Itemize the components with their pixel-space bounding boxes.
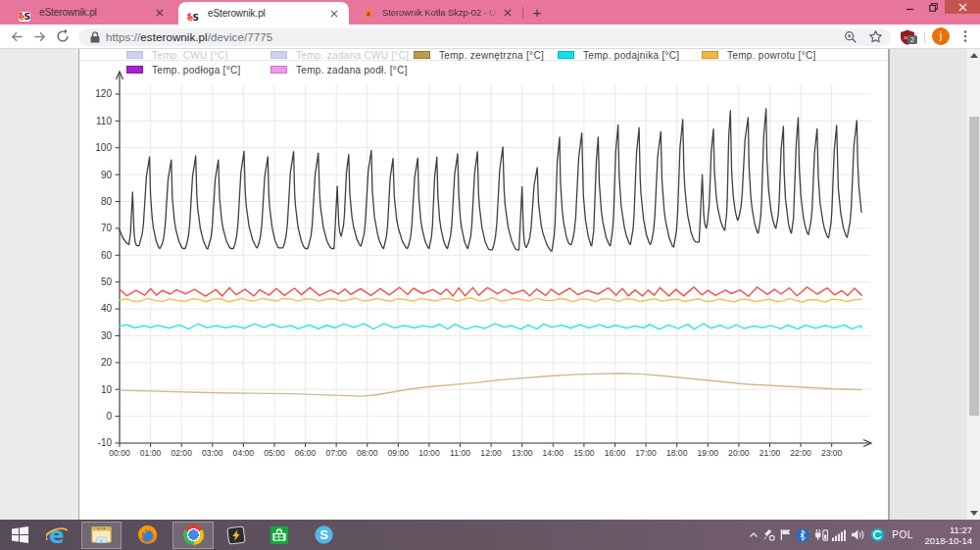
y-tick-label: 120 [95,88,112,99]
system-tray: POL 11:27 2018-10-14 [747,520,980,550]
legend-swatch [702,51,718,59]
taskbar-chrome-icon[interactable] [172,522,214,549]
tray-network-signal-icon[interactable] [830,529,848,541]
y-tick-label: 60 [101,250,113,261]
tray-clock[interactable]: 11:27 2018-10-14 [917,525,980,546]
y-tick-label: 80 [101,196,113,207]
toolbar-separator [924,31,925,43]
legend-item[interactable]: Temp. CWU [°C] [126,49,228,61]
tab-title: eSterownik.pl [208,8,326,19]
legend-item[interactable]: Temp. zadana podł. [°C] [270,64,408,75]
taskbar-skype-icon[interactable]: S [304,522,343,549]
series-temp-podajnika-line [120,324,861,329]
tray-expand-icon[interactable] [747,532,760,537]
web-page: -10010203040506070809010011012000:0001:0… [0,49,980,520]
esterownik-favicon: eS [19,6,32,20]
x-tick-label: 09:00 [388,448,410,458]
scrollbar-thumb[interactable] [969,117,979,416]
tray-remove-hardware-icon[interactable] [760,528,777,541]
tab-esterownik-2-active[interactable]: eS eSterownik.pl [178,2,349,25]
x-tick-label: 11:00 [450,448,470,458]
tray-bluetooth-icon[interactable] [794,528,811,542]
legend-item[interactable]: Temp. zadana CWU [°C] [270,49,409,61]
scrollbar-down-arrow[interactable] [967,507,980,520]
window-minimize-button[interactable] [898,0,921,14]
window-restore-button[interactable] [921,0,945,14]
taskbar-firefox-icon[interactable] [127,522,167,549]
temperature-chart: -10010203040506070809010011012000:0001:0… [80,49,888,520]
ublock-extension-icon[interactable]: uo 2 [899,28,916,46]
series-temp-red-line [120,287,861,296]
tab-close-icon[interactable] [152,5,168,21]
tab-title: eSterownik.pl [39,7,152,18]
y-tick-label: 0 [106,411,112,422]
y-tick-label: 30 [101,330,113,341]
tab-esterownik-1[interactable]: eS eSterownik.pl [10,0,174,25]
forward-icon[interactable] [30,27,48,45]
page-left-margin [0,49,79,520]
scrollbar-up-arrow[interactable] [967,49,980,62]
legend-item[interactable]: Temp. zewnętrzna [°C] [414,49,544,61]
tab-sterownik-kotla[interactable]: Sterownik Kotła Skzp-02 - Ustaw [353,0,520,25]
tab-close-icon[interactable] [500,5,515,21]
back-icon[interactable] [8,27,25,45]
x-tick-label: 06:00 [295,448,317,458]
esterownik-favicon: eS [187,7,201,21]
x-tick-label: 05:00 [264,448,285,458]
tray-power-plug-icon[interactable] [811,528,830,541]
taskbar-file-explorer-icon[interactable] [81,522,122,549]
tab-close-icon[interactable] [326,6,342,22]
legend-label: Temp. zadana CWU [°C] [296,50,409,61]
zoom-icon[interactable] [844,30,858,44]
tray-volume-icon[interactable] [848,528,867,541]
x-tick-label: 14:00 [543,448,564,458]
chrome-logo-icon [183,525,204,545]
address-bar[interactable]: https://esterownik.pl/device/7775 [78,28,891,46]
tray-action-center-flag-icon[interactable] [777,528,794,541]
x-tick-label: 23:00 [821,448,843,458]
legend-label: Temp. zadana podł. [°C] [296,65,408,75]
y-tick-label: 110 [96,116,112,126]
x-tick-label: 03:00 [202,448,223,458]
browser-toolbar: https://esterownik.pl/device/7775 uo 2 j [0,25,980,49]
new-tab-button[interactable]: + [528,4,546,22]
bookmark-star-icon[interactable] [868,29,883,44]
page-scrollbar[interactable] [967,49,980,520]
legend-item[interactable]: Temp. podłoga [°C] [126,64,241,75]
x-tick-label: 07:00 [325,448,347,458]
legend-swatch [126,51,143,59]
x-tick-label: 12:00 [480,448,502,458]
taskbar-internet-explorer-icon[interactable]: e [39,522,76,549]
taskbar-winamp-icon[interactable] [218,522,255,549]
y-tick-label: -10 [98,437,113,448]
x-tick-label: 17:00 [635,448,657,458]
y-tick-label: 90 [101,170,113,180]
legend-item[interactable]: Temp. powrotu [°C] [702,49,816,61]
series-temp-zewnetrzna-line [120,374,861,396]
y-tick-label: 20 [101,357,113,368]
windows-taskbar: e [0,520,980,550]
series-temp-powrotu-line [120,298,861,302]
tray-app-icon[interactable] [867,527,888,542]
legend-swatch [270,66,287,74]
reload-icon[interactable] [54,27,72,45]
profile-avatar[interactable]: j [932,27,950,45]
flame-favicon [362,6,375,20]
browser-menu-icon[interactable] [956,27,974,45]
x-tick-label: 20:00 [728,448,750,458]
windows-logo-icon [12,526,28,543]
legend-swatch [126,66,143,74]
start-button[interactable] [2,522,37,549]
legend-item[interactable]: Temp. podajnika [°C] [558,49,679,61]
x-tick-label: 04:00 [233,448,255,458]
tray-language-indicator[interactable]: POL [888,529,917,540]
series-temp-kotla-line [120,109,861,251]
svg-text:e: e [49,524,65,547]
window-close-button[interactable] [945,0,980,14]
x-tick-label: 00:00 [109,448,130,458]
x-tick-label: 10:00 [418,448,440,458]
y-tick-label: 100 [95,142,112,153]
padlock-icon [90,31,100,43]
extension-badge: 2 [907,35,917,44]
taskbar-windows-store-icon[interactable] [261,522,298,549]
